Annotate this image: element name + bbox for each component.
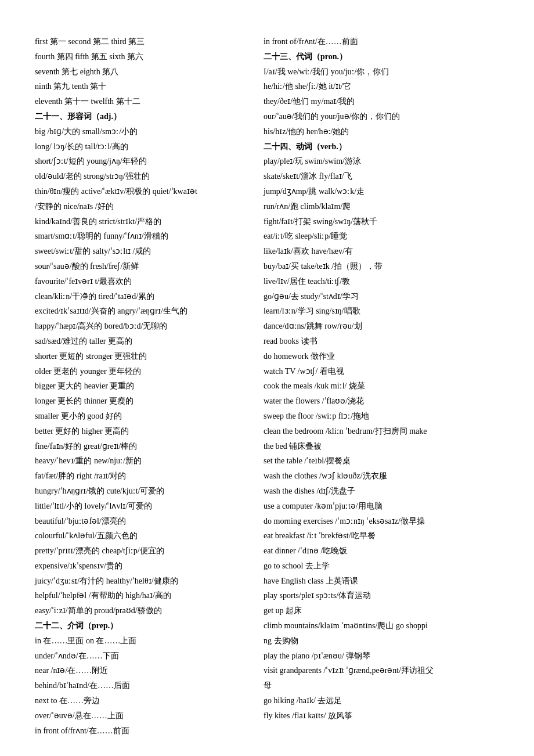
left-line-26: better 更好的 higher 更高的 [35, 424, 246, 438]
left-line-13: smart/smɑːt/聪明的 funny/ˈfʌnɪ/滑稽的 [35, 229, 246, 243]
left-line-42: near /nɪə/在……附近 [35, 664, 246, 678]
right-line-28: set the table /ˈteɪbl/摆餐桌 [264, 454, 499, 468]
right-line-29: wash the clothes /wɔʃ kləuðz/洗衣服 [264, 469, 499, 483]
right-line-34: eat dinner /ˈdɪnə /吃晚饭 [264, 544, 499, 558]
left-line-18: excited/ɪkˈsaɪtɪd/兴奋的 angry/ˈæŋɡrɪ/生气的 [35, 304, 246, 318]
left-line-11: /安静的 nice/naɪs /好的 [35, 200, 246, 214]
left-line-39: 二十二、介词（prep.） [35, 619, 246, 633]
left-line-24: longer 更长的 thinner 更瘦的 [35, 394, 246, 408]
left-line-29: fat/fæt/胖的 right /raɪt/对的 [35, 469, 246, 483]
left-line-19: happy/ˈhæpɪ/高兴的 bored/bɔːd/无聊的 [35, 319, 246, 333]
left-line-23: bigger 更大的 heavier 更重的 [35, 379, 246, 393]
left-line-10: thin/θɪn/瘦的 active/ˈæktɪv/积极的 quiet/ˈkwa… [35, 185, 246, 199]
right-column: in front of/frʌnt/在……前面二十三、代词（pron.）I/aɪ… [258, 35, 499, 739]
left-line-22: older 更老的 younger 更年轻的 [35, 365, 246, 379]
right-line-27: the bed 铺床叠被 [264, 440, 499, 453]
right-line-16: live/lɪv/居住 teach/tiːtʃ/教 [264, 275, 499, 289]
main-content: first 第一 second 第二 third 第三fourth 第四 fif… [35, 35, 499, 739]
right-line-36: have English class 上英语课 [264, 574, 499, 588]
left-line-25: smaller 更小的 good 好的 [35, 409, 246, 423]
right-line-23: cook the meals /kuk miːl/ 烧菜 [264, 379, 499, 393]
right-line-14: like/laɪk/喜欢 have/hæv/有 [264, 244, 499, 258]
left-line-31: little/ˈlɪtl/小的 lovely/ˈlʌvlɪ/可爱的 [35, 499, 246, 513]
right-line-44: go hiking /haɪk/ 去远足 [264, 694, 499, 708]
right-line-43: 母 [264, 679, 499, 693]
right-line-8: play/pleɪ/玩 swim/swim/游泳 [264, 154, 499, 168]
left-line-4: eleventh 第十一 twelfth 第十二 [35, 95, 246, 109]
right-line-20: read books 读书 [264, 334, 499, 348]
right-line-10: jump/dʒʌmp/跳 walk/wɔːk/走 [264, 185, 499, 199]
left-line-12: kind/kaɪnd/善良的 strict/strɪkt/严格的 [35, 215, 246, 229]
right-line-6: his/hɪz/他的 her/hə:/她的 [264, 125, 499, 139]
right-line-15: buy/baɪ/买 take/teɪk /拍（照），带 [264, 260, 499, 273]
left-line-1: fourth 第四 fifth 第五 sixth 第六 [35, 50, 246, 64]
right-line-5: our/ˈauə/我们的 your/juə/你的，你们的 [264, 110, 499, 124]
right-line-1: 二十三、代词（pron.） [264, 50, 499, 64]
left-line-7: long/ lɔŋ/长的 tall/tɔːl/高的 [35, 140, 246, 154]
right-line-12: fight/faɪt/打架 swing/swɪŋ/荡秋千 [264, 215, 499, 229]
right-line-22: watch TV /wɔtʃ/ 看电视 [264, 365, 499, 379]
left-line-35: expensive/ɪkˈspensɪv/贵的 [35, 559, 246, 573]
right-line-11: run/rʌn/跑 climb/klaɪm/爬 [264, 200, 499, 214]
right-line-40: ng 去购物 [264, 634, 499, 648]
right-line-45: fly kites /flaɪ kaɪts/ 放风筝 [264, 709, 499, 723]
left-line-3: ninth 第九 tenth 第十 [35, 80, 246, 93]
left-line-15: sour/ˈsauə/酸的 fresh/freʃ/新鲜 [35, 260, 246, 273]
right-line-19: dance/dɑːns/跳舞 row/rəu/划 [264, 319, 499, 333]
left-line-44: next to 在……旁边 [35, 694, 246, 708]
left-line-34: pretty/ˈprɪtɪ/漂亮的 cheap/tʃiːp/便宜的 [35, 544, 246, 558]
right-line-38: get up 起床 [264, 604, 499, 618]
left-line-27: fine/faɪn/好的 great/ɡreɪt/棒的 [35, 440, 246, 453]
left-line-43: behind/bɪˈhaɪnd/在……后面 [35, 679, 246, 693]
left-line-46: in front of/frʌnt/在……前面 [35, 724, 246, 738]
right-line-37: play sports/pleɪ spɔːts/体育运动 [264, 589, 499, 603]
right-line-4: they/ðeɪ/他们 my/maɪ/我的 [264, 95, 499, 109]
right-line-33: eat breakfast /iːt ˈbrekfəst/吃早餐 [264, 529, 499, 543]
right-line-24: water the flowers /ˈflaʊə/浇花 [264, 394, 499, 408]
left-line-9: old/əuld/老的 strong/strɔŋ/强壮的 [35, 170, 246, 183]
left-line-2: seventh 第七 eighth 第八 [35, 65, 246, 79]
left-line-20: sad/sæd/难过的 taller 更高的 [35, 334, 246, 348]
right-line-26: clean the bedroom /kliːn ˈbedrum/打扫房间 ma… [264, 424, 499, 438]
right-line-9: skate/skeɪt/溜冰 fly/flaɪ/飞 [264, 170, 499, 183]
left-line-17: clean/kliːn/干净的 tired/ˈtaɪəd/累的 [35, 290, 246, 304]
left-line-41: under/ˈʌndə/在……下面 [35, 649, 246, 663]
left-line-6: big /bɪɡ/大的 small/smɔː/小的 [35, 125, 246, 139]
right-line-17: go/ɡəu/去 study/ˈstʌdɪ/学习 [264, 290, 499, 304]
right-line-42: visit grandparents /ˈvɪzɪt ˈɡrænd,peərən… [264, 664, 499, 678]
left-line-45: over/ˈəuvə/悬在……上面 [35, 709, 246, 723]
right-line-2: I/aɪ/我 we/wiː/我们 you/juː/你，你们 [264, 65, 499, 79]
right-line-25: sweep the floor /swiːp flɔː/拖地 [264, 409, 499, 423]
left-line-30: hungry/ˈhʌŋɡrɪ/饿的 cute/kjuːt/可爱的 [35, 484, 246, 498]
right-line-35: go to school 去上学 [264, 559, 499, 573]
right-line-3: he/hiː/他 she/ʃiː/她 it/ɪt/它 [264, 80, 499, 93]
right-line-41: play the piano /pɪˈænəu/ 弹钢琴 [264, 649, 499, 663]
right-line-0: in front of/frʌnt/在……前面 [264, 35, 499, 49]
right-line-31: use a computer /kəmˈpjuːtə/用电脑 [264, 499, 499, 513]
left-line-14: sweet/swiːt/甜的 salty/ˈsɔːltɪ /咸的 [35, 244, 246, 258]
left-line-32: beautiful/ˈbjuːtəfəl/漂亮的 [35, 514, 246, 528]
left-line-40: in 在……里面 on 在……上面 [35, 634, 246, 648]
left-line-36: juicy/ˈdʒuːsɪ/有汁的 healthy/ˈhelθɪ/健康的 [35, 574, 246, 588]
left-line-28: heavy/ˈhevɪ/重的 new/njuː/新的 [35, 454, 246, 468]
right-line-13: eat/iːt/吃 sleep/sliːp/睡觉 [264, 229, 499, 243]
left-line-37: helpful/ˈhelpfəl /有帮助的 high/haɪ/高的 [35, 589, 246, 603]
left-line-21: shorter 更短的 stronger 更强壮的 [35, 350, 246, 363]
right-line-32: do morning exercises /ˈmɔːnɪŋ ˈeksəsaɪz/… [264, 514, 499, 528]
right-line-39: climb mountains/klaɪm ˈmaʊntɪns/爬山 go sh… [264, 619, 499, 633]
right-line-18: learn/lɜːn/学习 sing/sɪŋ/唱歌 [264, 304, 499, 318]
right-line-21: do homework 做作业 [264, 350, 499, 363]
left-line-5: 二十一、形容词（adj.） [35, 110, 246, 124]
left-line-38: easy/ˈiːzɪ/简单的 proud/praʊd/骄傲的 [35, 604, 246, 618]
right-line-30: wash the dishes /dɪʃ/洗盘子 [264, 484, 499, 498]
left-line-8: short/ʃɔːt/短的 young/jʌŋ/年轻的 [35, 154, 246, 168]
right-line-7: 二十四、动词（verb.） [264, 140, 499, 154]
left-line-16: favourite/ˈfeɪvərɪ t/最喜欢的 [35, 275, 246, 289]
left-column: first 第一 second 第二 third 第三fourth 第四 fif… [35, 35, 258, 739]
left-line-33: colourful/ˈkʌləful/五颜六色的 [35, 529, 246, 543]
left-line-0: first 第一 second 第二 third 第三 [35, 35, 246, 49]
